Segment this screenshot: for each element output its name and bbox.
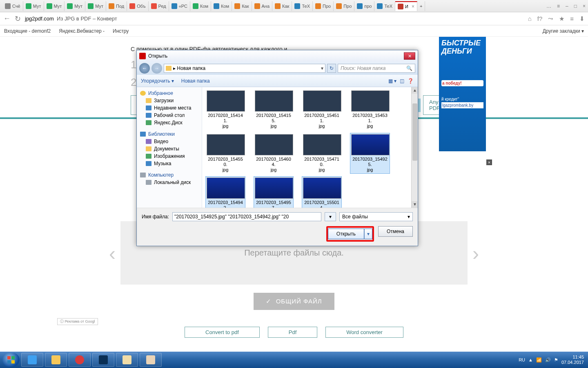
- file-item[interactable]: 20170203_154710.jpg: [302, 133, 342, 174]
- filetype-dropdown[interactable]: Все файлы▾: [339, 212, 413, 221]
- file-item[interactable]: 20170203_154957.jpg: [254, 176, 294, 208]
- taskbar-app[interactable]: [69, 353, 91, 367]
- ad-banner[interactable]: БЫСТРЫЕДЕНЬГИ а победу! й кредит" lgazpr…: [439, 37, 486, 151]
- scroll-up-icon[interactable]: ▲: [412, 87, 418, 94]
- bookmark-item[interactable]: Инстру: [113, 28, 129, 34]
- file-item[interactable]: 20170203_154604.jpg: [254, 133, 294, 174]
- tree-item[interactable]: Изображения: [138, 153, 200, 160]
- window-close-icon[interactable]: ×: [583, 3, 586, 9]
- tree-libraries[interactable]: Библиотеки: [138, 130, 200, 138]
- browser-tab[interactable]: ТеХ: [374, 1, 395, 11]
- scroll-thumb[interactable]: [412, 103, 417, 161]
- file-item[interactable]: 20170203_154531.jpg: [350, 89, 390, 130]
- ad-link[interactable]: Convert to pdf: [185, 327, 260, 338]
- bookmark-more[interactable]: …: [546, 3, 551, 9]
- browser-tab[interactable]: Объ: [127, 1, 148, 11]
- browser-tab[interactable]: Про: [334, 1, 354, 11]
- new-tab-button[interactable]: +: [417, 1, 425, 11]
- tree-item[interactable]: Яндекс.Диск: [138, 119, 200, 126]
- volume-icon[interactable]: 🔊: [545, 357, 551, 363]
- file-item[interactable]: 20170203_154155.jpg: [254, 89, 294, 130]
- ad-link[interactable]: Pdf: [268, 327, 318, 338]
- file-item[interactable]: 20170203_154511.jpg: [302, 89, 342, 130]
- ad-close-icon[interactable]: ×: [486, 159, 492, 165]
- file-item[interactable]: 20170203_154925.jpg: [350, 133, 390, 174]
- browser-tab[interactable]: Под: [106, 1, 127, 11]
- browser-tab[interactable]: ТеХ: [292, 1, 313, 11]
- network-icon[interactable]: 📶: [536, 357, 542, 363]
- browser-tab[interactable]: Мут: [44, 1, 65, 11]
- browser-tab[interactable]: Счё: [2, 1, 23, 11]
- menu-icon[interactable]: ≡: [570, 15, 574, 22]
- tree-computer[interactable]: Компьютер: [138, 171, 200, 179]
- tree-item[interactable]: Недавние места: [138, 104, 200, 112]
- file-item[interactable]: 20170203_154942.jpg: [205, 176, 245, 208]
- tree-item[interactable]: Рабочий стол: [138, 112, 200, 119]
- reload-button[interactable]: ↻: [15, 14, 21, 23]
- window-menu-icon[interactable]: ≡: [557, 3, 560, 9]
- taskbar-app[interactable]: [92, 353, 114, 367]
- tree-favorites[interactable]: Избранное: [138, 90, 200, 97]
- preview-pane-icon[interactable]: ◫: [400, 78, 404, 84]
- view-icon[interactable]: ▦ ▾: [388, 78, 396, 84]
- cancel-button[interactable]: Отмена: [378, 226, 413, 237]
- browser-tab[interactable]: И×: [395, 1, 417, 11]
- other-bookmarks[interactable]: Другие закладки ▾: [543, 28, 584, 34]
- file-item[interactable]: 20170203_154141.jpg: [205, 89, 245, 130]
- home-icon[interactable]: ⌂: [528, 15, 532, 22]
- path-field[interactable]: ▸ Новая папка ▾: [164, 64, 325, 73]
- scroll-down-icon[interactable]: ▼: [412, 201, 418, 208]
- refresh-button[interactable]: ↻: [327, 64, 336, 73]
- file-item[interactable]: 20170203_155014.jpg: [302, 176, 342, 208]
- filename-input[interactable]: [172, 212, 321, 221]
- browser-tab[interactable]: Мут: [65, 1, 85, 11]
- tab-close-icon[interactable]: ×: [412, 4, 414, 9]
- clock[interactable]: 11:45 07.04.2017: [561, 355, 584, 365]
- bookmark-item[interactable]: Входящие - demonf2: [4, 28, 51, 34]
- flag-icon[interactable]: ⚑: [554, 357, 558, 363]
- lang-indicator[interactable]: RU: [519, 357, 525, 362]
- filename-dropdown[interactable]: ▾: [325, 212, 336, 221]
- browser-tab[interactable]: Ред: [149, 1, 169, 11]
- search-input[interactable]: Поиск: Новая папка 🔍: [338, 64, 415, 73]
- prev-arrow-icon[interactable]: ‹: [109, 242, 116, 264]
- tree-item[interactable]: Видео: [138, 138, 200, 145]
- scrollbar[interactable]: ▲ ▼: [411, 87, 418, 208]
- tree-item[interactable]: Музыка: [138, 160, 200, 167]
- browser-tab[interactable]: Как: [232, 1, 252, 11]
- tray-icon[interactable]: ▲: [528, 357, 533, 362]
- browser-tab[interactable]: Ком: [190, 1, 211, 11]
- start-button[interactable]: [2, 353, 20, 367]
- organize-menu[interactable]: Упорядочить ▾: [141, 78, 174, 84]
- star-icon[interactable]: ★: [559, 15, 564, 22]
- dialog-close-icon[interactable]: ✕: [404, 52, 415, 60]
- url-field[interactable]: jpg2pdf.com Из JPG в PDF – Конверт: [25, 16, 117, 22]
- ad-cta[interactable]: а победу!: [441, 80, 483, 86]
- back-button[interactable]: ←: [3, 14, 11, 23]
- browser-tab[interactable]: про: [354, 1, 374, 11]
- browser-tab[interactable]: «РС: [169, 1, 190, 11]
- browser-tab[interactable]: Ана: [252, 1, 273, 11]
- browser-tab[interactable]: Ком: [211, 1, 232, 11]
- window-maximize-icon[interactable]: □: [574, 3, 577, 9]
- open-button[interactable]: Открыть: [328, 229, 364, 239]
- browser-tab[interactable]: Как: [272, 1, 292, 11]
- window-minimize-icon[interactable]: –: [566, 3, 568, 9]
- tree-item[interactable]: Документы: [138, 145, 200, 153]
- tree-item[interactable]: Локальный диск: [138, 179, 200, 186]
- next-arrow-icon[interactable]: ›: [472, 242, 479, 264]
- dialog-titlebar[interactable]: Открыть ✕: [137, 50, 418, 62]
- taskbar-app[interactable]: [116, 353, 138, 367]
- new-folder-button[interactable]: Новая папка: [181, 78, 210, 84]
- taskbar-app[interactable]: [45, 353, 67, 367]
- rss-icon[interactable]: ⤳: [548, 15, 553, 22]
- help-icon[interactable]: ❓: [408, 78, 414, 84]
- browser-tab[interactable]: Про: [313, 1, 334, 11]
- tree-item[interactable]: Загрузки: [138, 97, 200, 104]
- bookmark-item[interactable]: Яндекс.Вебмастер -: [59, 28, 105, 34]
- open-split-button[interactable]: ▾: [364, 229, 372, 239]
- nav-back-button[interactable]: ←: [139, 63, 150, 74]
- download-icon[interactable]: ⬇: [579, 15, 585, 22]
- browser-tab[interactable]: Мут: [23, 1, 44, 11]
- taskbar-app[interactable]: [140, 353, 162, 367]
